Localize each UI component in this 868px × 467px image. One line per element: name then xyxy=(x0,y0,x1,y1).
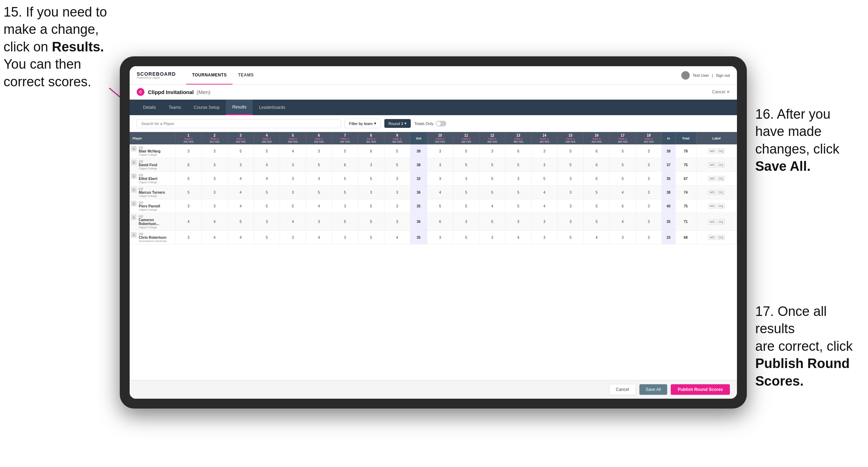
hole-5-score[interactable]: 3 xyxy=(280,231,306,244)
hole-8-score[interactable]: 3 xyxy=(358,158,384,172)
hole-9-score[interactable]: 3 xyxy=(384,199,410,213)
hole-11-score[interactable]: 3 xyxy=(453,172,479,186)
hole-10-score[interactable]: 5 xyxy=(427,199,453,213)
hole-18-score[interactable]: 3 xyxy=(636,199,662,213)
hole-5-score[interactable]: 3 xyxy=(280,172,306,186)
hole-13-score[interactable]: 6 xyxy=(505,144,531,158)
hole-3-score[interactable]: 5 xyxy=(228,144,254,158)
hole-11-score[interactable]: 5 xyxy=(453,231,479,244)
hole-15-score[interactable]: 3 xyxy=(557,213,583,231)
hole-10-score[interactable]: 3 xyxy=(427,172,453,186)
hole-15-score[interactable]: 5 xyxy=(557,144,583,158)
publish-round-scores-button[interactable]: Publish Round Scores xyxy=(671,384,730,395)
hole-8-score[interactable]: 5 xyxy=(358,199,384,213)
toggle-switch[interactable] xyxy=(436,121,446,126)
hole-16-score[interactable]: 6 xyxy=(583,144,609,158)
filter-team-button[interactable]: Filter by team ▾ xyxy=(345,119,381,128)
hole-12-score[interactable]: 3 xyxy=(479,231,505,244)
hole-6-score[interactable]: 5 xyxy=(306,186,332,199)
tab-teams[interactable]: Teams xyxy=(162,100,187,115)
hole-12-score[interactable]: 3 xyxy=(479,144,505,158)
hole-8-score[interactable]: 3 xyxy=(358,186,384,199)
hole-9-score[interactable]: 3 xyxy=(384,186,410,199)
hole-18-score[interactable]: 3 xyxy=(636,213,662,231)
hole-14-score[interactable]: 3 xyxy=(531,213,557,231)
hole-17-score[interactable]: 3 xyxy=(610,231,636,244)
hole-15-score[interactable]: 3 xyxy=(557,172,583,186)
hole-18-score[interactable]: 3 xyxy=(636,158,662,172)
hole-2-score[interactable]: 3 xyxy=(202,144,228,158)
wd-button[interactable]: WD xyxy=(708,176,716,181)
hole-12-score[interactable]: 5 xyxy=(479,186,505,199)
hole-8-score[interactable]: 5 xyxy=(358,231,384,244)
hole-11-score[interactable]: 5 xyxy=(453,158,479,172)
hole-16-score[interactable]: 5 xyxy=(583,186,609,199)
hole-17-score[interactable]: 5 xyxy=(610,172,636,186)
hole-1-score[interactable]: 3 xyxy=(175,231,202,244)
wd-button[interactable]: WD xyxy=(708,219,716,224)
hole-7-score[interactable]: 3 xyxy=(332,199,358,213)
hole-14-score[interactable]: 5 xyxy=(531,172,557,186)
hole-3-score[interactable]: 5 xyxy=(228,213,254,231)
round-selector-button[interactable]: Round 3 ▾ xyxy=(384,119,411,128)
hole-4-score[interactable]: 5 xyxy=(254,231,280,244)
hole-4-score[interactable]: 5 xyxy=(254,199,280,213)
hole-1-score[interactable]: 3 xyxy=(175,144,202,158)
wd-button[interactable]: WD xyxy=(708,204,716,208)
dq-button[interactable]: DQ xyxy=(717,219,725,224)
hole-13-score[interactable]: 5 xyxy=(505,186,531,199)
hole-11-score[interactable]: 5 xyxy=(453,144,479,158)
nav-tournaments[interactable]: TOURNAMENTS xyxy=(186,66,232,85)
hole-11-score[interactable]: 5 xyxy=(453,186,479,199)
hole-14-score[interactable]: 4 xyxy=(531,199,557,213)
nav-teams[interactable]: TEAMS xyxy=(232,66,260,85)
hole-9-score[interactable]: 5 xyxy=(384,158,410,172)
wd-button[interactable]: WD xyxy=(708,162,716,167)
hole-18-score[interactable]: 3 xyxy=(636,231,662,244)
hole-5-score[interactable]: 4 xyxy=(280,144,306,158)
hole-1-score[interactable]: 4 xyxy=(175,213,202,231)
hole-11-score[interactable]: 5 xyxy=(453,199,479,213)
tab-results[interactable]: Results xyxy=(226,100,253,115)
hole-4-score[interactable]: 4 xyxy=(254,158,280,172)
hole-1-score[interactable]: 3 xyxy=(175,199,202,213)
dq-button[interactable]: DQ xyxy=(717,162,725,167)
hole-4-score[interactable]: 5 xyxy=(254,186,280,199)
wd-button[interactable]: WD xyxy=(708,235,716,240)
hole-9-score[interactable]: 5 xyxy=(384,144,410,158)
search-input[interactable] xyxy=(137,119,341,128)
hole-12-score[interactable]: 5 xyxy=(479,158,505,172)
hole-5-score[interactable]: 5 xyxy=(280,199,306,213)
hole-1-score[interactable]: 5 xyxy=(175,186,202,199)
hole-4-score[interactable]: 5 xyxy=(254,144,280,158)
hole-17-score[interactable]: 6 xyxy=(610,199,636,213)
hole-13-score[interactable]: 3 xyxy=(505,213,531,231)
sign-out-link[interactable]: Sign out xyxy=(716,73,730,77)
hole-8-score[interactable]: 5 xyxy=(358,213,384,231)
tab-leaderboards[interactable]: Leaderboards xyxy=(253,100,291,115)
hole-13-score[interactable]: 5 xyxy=(505,199,531,213)
hole-17-score[interactable]: 4 xyxy=(610,213,636,231)
hole-15-score[interactable]: 3 xyxy=(557,186,583,199)
hole-13-score[interactable]: 4 xyxy=(505,231,531,244)
dq-button[interactable]: DQ xyxy=(717,190,725,195)
hole-6-score[interactable]: 3 xyxy=(306,213,332,231)
hole-6-score[interactable]: 4 xyxy=(306,199,332,213)
hole-10-score[interactable]: 3 xyxy=(427,144,453,158)
hole-2-score[interactable]: 3 xyxy=(202,199,228,213)
hole-7-score[interactable]: 5 xyxy=(332,186,358,199)
hole-16-score[interactable]: 5 xyxy=(583,199,609,213)
hole-5-score[interactable]: 3 xyxy=(280,186,306,199)
hole-6-score[interactable]: 3 xyxy=(306,144,332,158)
wd-button[interactable]: WD xyxy=(708,149,716,154)
hole-18-score[interactable]: 3 xyxy=(636,186,662,199)
hole-12-score[interactable]: 5 xyxy=(479,172,505,186)
hole-12-score[interactable]: 4 xyxy=(479,199,505,213)
hole-6-score[interactable]: 5 xyxy=(306,158,332,172)
hole-2-score[interactable]: 3 xyxy=(202,172,228,186)
dq-button[interactable]: DQ xyxy=(717,235,725,240)
hole-10-score[interactable]: 4 xyxy=(427,186,453,199)
hole-3-score[interactable]: 4 xyxy=(228,186,254,199)
hole-15-score[interactable]: 3 xyxy=(557,199,583,213)
hole-10-score[interactable]: 3 xyxy=(427,158,453,172)
